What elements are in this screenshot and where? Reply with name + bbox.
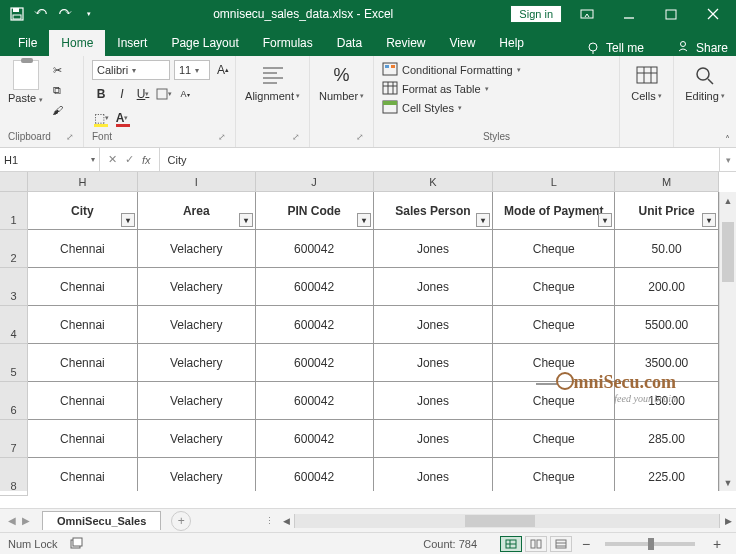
row-header[interactable]: 1 bbox=[0, 192, 28, 230]
sheet-next-icon[interactable]: ▶ bbox=[22, 515, 30, 526]
increase-font-icon[interactable]: A▴ bbox=[214, 60, 232, 80]
column-header[interactable]: J bbox=[256, 172, 374, 192]
table-cell[interactable]: 50.00 bbox=[615, 230, 719, 268]
filter-dropdown-icon[interactable]: ▾ bbox=[702, 213, 716, 227]
table-cell[interactable]: 600042 bbox=[256, 268, 374, 306]
underline-button[interactable]: U▾ bbox=[134, 84, 152, 104]
table-header-cell[interactable]: Sales Person▾ bbox=[374, 192, 494, 230]
qat-dropdown-icon[interactable]: ▾ bbox=[82, 7, 96, 21]
table-cell[interactable]: Chennai bbox=[28, 458, 138, 491]
table-cell[interactable]: 600042 bbox=[256, 344, 374, 382]
name-box[interactable]: H1▾ bbox=[0, 148, 100, 171]
column-header[interactable]: I bbox=[138, 172, 256, 192]
alignment-launcher-icon[interactable]: ⤢ bbox=[291, 132, 301, 142]
minimize-button[interactable] bbox=[612, 0, 646, 28]
record-macro-icon[interactable] bbox=[70, 537, 84, 551]
table-cell[interactable]: Chennai bbox=[28, 230, 138, 268]
table-cell[interactable]: Chennai bbox=[28, 306, 138, 344]
row-header[interactable]: 5 bbox=[0, 344, 28, 382]
collapse-ribbon-icon[interactable]: ˄ bbox=[725, 134, 730, 145]
tellme-icon[interactable] bbox=[586, 41, 600, 55]
share-icon[interactable] bbox=[676, 39, 690, 56]
cut-icon[interactable]: ✂ bbox=[49, 62, 65, 78]
scroll-down-icon[interactable]: ▼ bbox=[720, 474, 736, 491]
table-header-cell[interactable]: Unit Price▾ bbox=[615, 192, 719, 230]
table-cell[interactable]: Cheque bbox=[493, 268, 615, 306]
undo-icon[interactable] bbox=[34, 7, 48, 21]
table-cell[interactable]: 5500.00 bbox=[615, 306, 719, 344]
row-header[interactable]: 7 bbox=[0, 420, 28, 458]
table-cell[interactable]: Jones bbox=[374, 230, 494, 268]
page-break-view-button[interactable] bbox=[550, 536, 572, 552]
tab-data[interactable]: Data bbox=[325, 30, 374, 56]
tab-home[interactable]: Home bbox=[49, 30, 105, 56]
format-painter-icon[interactable]: 🖌 bbox=[49, 102, 65, 118]
fill-color-button[interactable]: ⬚▾ bbox=[92, 108, 110, 128]
row-header[interactable]: 3 bbox=[0, 268, 28, 306]
select-all-corner[interactable] bbox=[0, 172, 28, 192]
table-cell[interactable]: Velachery bbox=[138, 306, 256, 344]
font-name-combo[interactable]: Calibri▾ bbox=[92, 60, 170, 80]
zoom-out-button[interactable]: − bbox=[575, 536, 597, 552]
table-cell[interactable]: Cheque bbox=[493, 420, 615, 458]
cells-button[interactable]: Cells▾ bbox=[627, 60, 665, 104]
row-header[interactable]: 6 bbox=[0, 382, 28, 420]
table-cell[interactable]: Jones bbox=[374, 382, 494, 420]
hscroll-thumb[interactable] bbox=[465, 515, 535, 527]
number-button[interactable]: % Number▾ bbox=[315, 60, 368, 104]
zoom-slider[interactable] bbox=[605, 542, 695, 546]
bold-button[interactable]: B bbox=[92, 84, 110, 104]
filter-dropdown-icon[interactable]: ▾ bbox=[357, 213, 371, 227]
share-button[interactable]: Share bbox=[696, 41, 728, 55]
fx-icon[interactable]: fx bbox=[142, 154, 151, 166]
table-cell[interactable]: Cheque bbox=[493, 306, 615, 344]
table-cell[interactable]: 225.00 bbox=[615, 458, 719, 491]
table-cell[interactable]: Chennai bbox=[28, 420, 138, 458]
editing-button[interactable]: Editing▾ bbox=[681, 60, 729, 104]
table-header-cell[interactable]: PIN Code▾ bbox=[256, 192, 374, 230]
paste-button[interactable]: Paste ▾ bbox=[8, 92, 43, 104]
normal-view-button[interactable] bbox=[500, 536, 522, 552]
decrease-font-icon[interactable]: A▾ bbox=[176, 84, 194, 104]
table-cell[interactable]: Jones bbox=[374, 458, 494, 491]
alignment-button[interactable]: Alignment▾ bbox=[241, 60, 304, 104]
close-button[interactable] bbox=[696, 0, 730, 28]
vertical-scrollbar[interactable]: ▲ ▼ bbox=[719, 192, 736, 491]
conditional-formatting-button[interactable]: Conditional Formatting▾ bbox=[382, 62, 521, 78]
tab-insert[interactable]: Insert bbox=[105, 30, 159, 56]
cell-styles-button[interactable]: Cell Styles▾ bbox=[382, 100, 521, 116]
zoom-in-button[interactable]: + bbox=[706, 536, 728, 552]
clipboard-launcher-icon[interactable]: ⤢ bbox=[65, 132, 75, 142]
hscroll-left-icon[interactable]: ◀ bbox=[278, 516, 294, 526]
table-cell[interactable]: 600042 bbox=[256, 420, 374, 458]
page-layout-view-button[interactable] bbox=[525, 536, 547, 552]
tab-pagelayout[interactable]: Page Layout bbox=[159, 30, 250, 56]
font-size-combo[interactable]: 11▾ bbox=[174, 60, 210, 80]
tab-formulas[interactable]: Formulas bbox=[251, 30, 325, 56]
number-launcher-icon[interactable]: ⤢ bbox=[355, 132, 365, 142]
table-cell[interactable]: Jones bbox=[374, 420, 494, 458]
sign-in-button[interactable]: Sign in bbox=[510, 5, 562, 23]
table-cell[interactable]: 150.00 bbox=[615, 382, 719, 420]
redo-icon[interactable] bbox=[58, 7, 72, 21]
expand-formula-icon[interactable]: ▾ bbox=[719, 148, 736, 171]
table-cell[interactable]: 3500.00 bbox=[615, 344, 719, 382]
table-cell[interactable]: Cheque bbox=[493, 230, 615, 268]
table-cell[interactable]: Velachery bbox=[138, 458, 256, 491]
filter-dropdown-icon[interactable]: ▾ bbox=[239, 213, 253, 227]
save-icon[interactable] bbox=[10, 7, 24, 21]
scroll-up-icon[interactable]: ▲ bbox=[720, 192, 736, 209]
table-header-cell[interactable]: City▾ bbox=[28, 192, 138, 230]
horizontal-scrollbar[interactable]: ⋮ ◀ ▶ bbox=[231, 514, 736, 528]
column-header[interactable]: H bbox=[28, 172, 138, 192]
table-cell[interactable]: Velachery bbox=[138, 382, 256, 420]
table-cell[interactable]: Cheque bbox=[493, 382, 615, 420]
split-handle[interactable]: ⋮ bbox=[261, 516, 278, 526]
tellme-text[interactable]: Tell me bbox=[606, 41, 644, 55]
filter-dropdown-icon[interactable]: ▾ bbox=[121, 213, 135, 227]
tab-file[interactable]: File bbox=[6, 30, 49, 56]
maximize-button[interactable] bbox=[654, 0, 688, 28]
table-cell[interactable]: Chennai bbox=[28, 382, 138, 420]
row-header[interactable]: 2 bbox=[0, 230, 28, 268]
table-cell[interactable]: Cheque bbox=[493, 458, 615, 491]
